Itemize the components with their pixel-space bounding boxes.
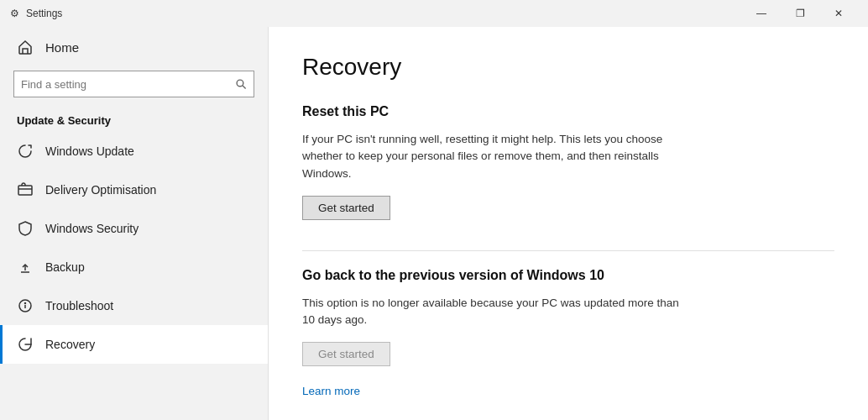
settings-icon: ⚙ (10, 8, 19, 19)
sidebar-item-label: Windows Update (45, 144, 134, 158)
title-bar-controls: — ❐ ✕ (742, 0, 858, 27)
goback-get-started-button: Get started (302, 342, 390, 366)
maximize-button[interactable]: ❐ (781, 0, 819, 27)
svg-line-1 (243, 86, 246, 89)
home-icon (17, 39, 34, 55)
svg-point-0 (237, 80, 243, 87)
sidebar-item-windows-update[interactable]: Windows Update (0, 132, 268, 171)
sidebar-section-title: Update & Security (0, 108, 268, 132)
title-bar-left: ⚙ Settings (10, 8, 62, 19)
backup-icon (17, 259, 34, 276)
troubleshoot-icon (17, 297, 34, 314)
security-icon (17, 220, 34, 237)
sidebar-item-delivery-optimisation[interactable]: Delivery Optimisation (0, 171, 268, 209)
sidebar-item-label: Delivery Optimisation (45, 183, 156, 197)
sidebar-item-recovery[interactable]: Recovery (0, 325, 268, 364)
app-body: Home Update & Security Windows Update (0, 27, 868, 420)
sidebar-item-label: Troubleshoot (45, 299, 113, 312)
title-bar: ⚙ Settings — ❐ ✕ (0, 0, 868, 27)
sidebar-item-backup[interactable]: Backup (0, 248, 268, 286)
sidebar-item-home[interactable]: Home (0, 27, 268, 67)
delivery-icon (17, 181, 34, 198)
page-title: Recovery (302, 54, 834, 81)
svg-rect-2 (18, 186, 32, 195)
reset-section-title: Reset this PC (302, 104, 834, 119)
recovery-icon (17, 336, 34, 353)
update-icon (17, 143, 34, 160)
search-box[interactable] (13, 71, 254, 97)
sidebar: Home Update & Security Windows Update (0, 27, 269, 420)
sidebar-item-windows-security[interactable]: Windows Security (0, 209, 268, 248)
minimize-button[interactable]: — (742, 0, 781, 27)
app-title: Settings (26, 8, 62, 19)
divider (302, 250, 834, 251)
reset-get-started-button[interactable]: Get started (302, 196, 390, 220)
main-content: Recovery Reset this PC If your PC isn't … (269, 27, 868, 420)
svg-point-6 (25, 303, 26, 304)
goback-section-title: Go back to the previous version of Windo… (302, 268, 834, 283)
sidebar-item-label: Windows Security (45, 222, 139, 235)
sidebar-item-troubleshoot[interactable]: Troubleshoot (0, 286, 268, 325)
sidebar-item-label: Recovery (45, 338, 95, 351)
close-button[interactable]: ✕ (819, 0, 858, 27)
goback-section-desc: This option is no longer available becau… (302, 295, 688, 329)
search-icon (235, 78, 247, 90)
sidebar-item-label: Backup (45, 260, 85, 274)
search-input[interactable] (21, 78, 235, 91)
home-label: Home (45, 40, 79, 55)
reset-section-desc: If your PC isn't running well, resetting… (302, 131, 688, 182)
learn-more-link[interactable]: Learn more (302, 385, 360, 397)
